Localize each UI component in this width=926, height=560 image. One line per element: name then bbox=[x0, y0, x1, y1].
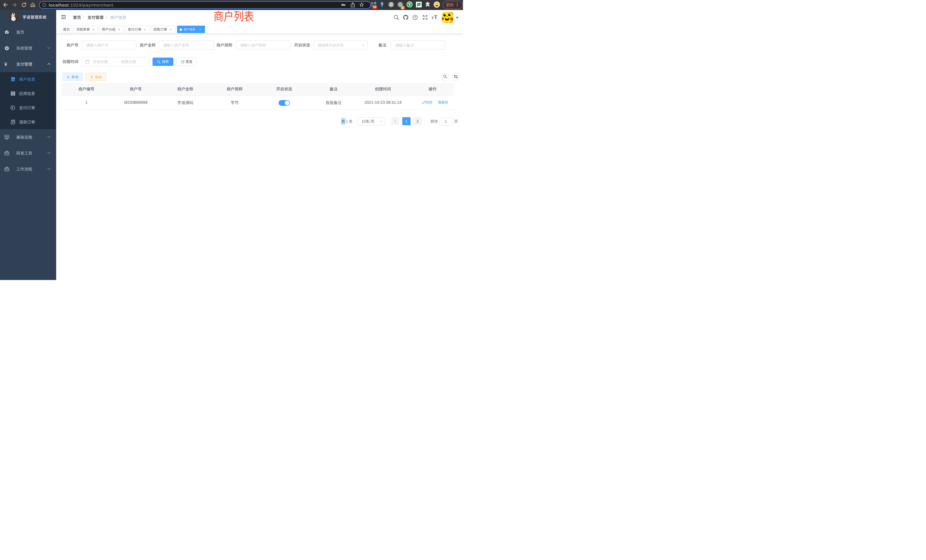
svg-text:?: ? bbox=[414, 16, 416, 19]
